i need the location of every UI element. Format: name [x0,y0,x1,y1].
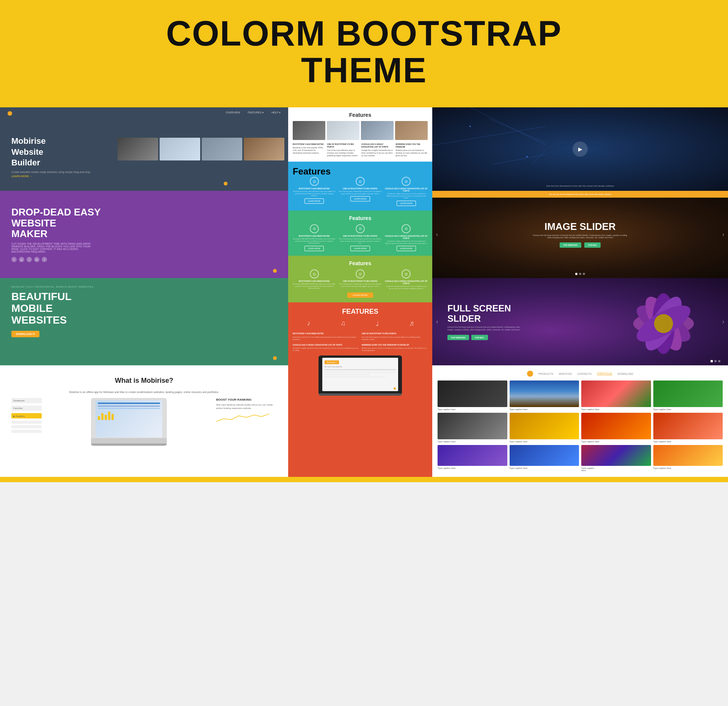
gallery-logo [527,371,533,377]
learn-more-btn[interactable]: LEARN MORE [347,292,373,298]
feat3-items: ⊙ BOOTSTRAP 4 HAS BEEN NOTED Bootstrap 4… [293,224,428,251]
gallery-img-3[interactable] [581,381,651,407]
gallery-caption-8: Type caption here [653,440,723,443]
laptop-chin [318,393,402,396]
bar3 [105,415,107,420]
feat3-icon-2: ⊙ [356,224,365,233]
dot-1[interactable] [575,273,577,275]
icon-3: ♩ [361,319,394,329]
feat4-items: ⊙ BOOTSTRAP 4 HAS BEEN NOTED Bootstrap 4… [293,269,428,289]
gallery-item-1: Type caption here [438,381,507,410]
mobirise-link[interactable]: LEARN MORE → [11,175,90,178]
gallery-img-6[interactable] [510,413,579,439]
learn-btn-3[interactable]: LEARN MORE [397,201,416,206]
gallery-caption-4: Type caption here [653,408,723,410]
learn-btn-2[interactable]: LEARN MORE [350,196,370,201]
feat5-col-3: GOOGLE HAS A HIGHLY EXHAUSTIVE LIST OF F… [293,344,359,352]
screen-bar2 [98,406,160,407]
play-button[interactable]: ▶ [573,142,588,157]
svg-point-10 [469,126,471,127]
flower-dot-1[interactable] [711,360,713,362]
fullscreen-btn-windows[interactable]: FOR WINDOWS [447,335,469,340]
gallery-img-9[interactable] [438,445,507,466]
nav-services[interactable]: SERVICES [559,373,572,375]
nav-download[interactable]: DOWNLOAD [618,373,633,375]
gallery-img-5[interactable] [438,413,507,439]
screen-bar1 [98,403,160,404]
dot-3[interactable] [583,273,585,275]
feat2-item-1: ⊙ BOOTSTRAP 4 HAS BEEN NOTED Bootstrap 4… [293,177,336,206]
fullscreen-desc: Choose from the large selection of layou… [447,326,523,331]
features-white: Features BOOTSTRAP 4 HAS BEEN NOTED Boot… [288,107,432,162]
nav-contacts[interactable]: CONTACTS [577,373,592,375]
gallery-caption-9: Type caption here [438,467,507,469]
gallery-item-3: Type caption here [581,381,651,410]
sidebar-spacer2 [11,425,42,428]
learn-btn-4[interactable]: LEARN MORE [304,246,324,251]
flower-arrow-right[interactable]: › [722,318,724,325]
gallery-img-8[interactable] [653,413,723,439]
left-column: OVERVIEW FEATURES ▾ HELP ▾ Mobirise Webs… [0,107,288,477]
network-svg [432,107,546,164]
flower-dot-3[interactable] [718,360,720,362]
facebook-icon[interactable]: f [42,257,47,262]
slider-arrow-right[interactable]: › [722,231,724,238]
gallery-item-7: Type caption here [581,413,651,443]
gallery-caption-11: Type captionhero [581,467,651,472]
feat5-col-1: BOOTSTRAP 4 HAS BEEN NOTED Bootstrap has… [293,332,359,341]
photo-3 [202,138,242,160]
feat2-item-3: ⊙ GOOGLE HAS A HIGHLY EXHAUSTIVE LIST OF… [385,177,428,206]
nav-portfolio[interactable]: PORTFOLIO [597,372,612,375]
gallery-item-6: Type caption here [510,413,579,443]
mobirise-photo-strip [114,107,288,191]
purple-heading: DROP-DEAD EASY WEBSITE MAKER [11,207,277,239]
slider-btn-mac[interactable]: FOR MAC [584,242,601,248]
feat-cols: BOOTSTRAP 4 HAS BEEN NOTED Bootstrap is … [293,143,428,157]
gallery-row-2: Type caption here Type caption here Type… [438,413,723,443]
thumb-2 [327,121,359,140]
boost-text: With each Mobirise website builder block… [216,403,277,410]
slider-arrow-left[interactable]: ‹ [436,231,438,238]
twitter-icon[interactable]: t [11,257,17,262]
slider-title: IMAGE SLIDER [544,221,616,232]
download-button[interactable]: DOWNLOAD IT [11,331,39,337]
gallery-img-1[interactable] [438,381,507,407]
gallery-img-4[interactable] [653,381,723,407]
feat3-item-2: ⊙ ONE OF BOOTSTRAP 4'S BIG POINTS One of… [339,224,381,251]
nav-products[interactable]: PRODUCTS [538,373,553,375]
feat4-item-1: ⊙ BOOTSTRAP 4 HAS BEEN NOTED Bootstrap 4… [293,269,336,289]
learn-btn-6[interactable]: LEARN MORE [397,246,416,251]
laptop-dot [394,387,396,390]
instagram-icon[interactable]: i [27,257,32,262]
slider-btn-windows[interactable]: FOR WINDOWS [560,242,581,248]
laptop-badge-text: One of the most powerful... [322,366,398,368]
bar5 [111,414,114,420]
pinterest-icon[interactable]: p [19,257,24,262]
gallery-img-7[interactable] [581,413,651,439]
gallery-item-11: Type captionhero [581,445,651,472]
gallery-caption-7: Type caption here [581,440,651,443]
features-red: FEATURES ♪ ♫ ♩ ♬ BOOTSTRAP 4 HAS BEEN NO… [288,302,432,477]
gallery-img-12[interactable] [653,445,723,466]
gallery-img-11[interactable] [581,445,651,466]
linkedin-icon[interactable]: in [34,257,39,262]
laptop-bar1 [325,369,396,370]
sidebar-favorites[interactable]: Favorites [11,406,42,411]
learn-btn-5[interactable]: LEARN MORE [350,246,370,251]
dot-2[interactable] [579,273,581,275]
gallery-caption-2: Type caption here [510,408,579,410]
feat4-icon-2: ⊙ [356,269,365,278]
gallery-img-2[interactable] [510,381,579,407]
sidebar-analytics[interactable]: ▶ Analytics [11,413,42,418]
fullscreen-btn-mac[interactable]: FOR MAC [471,335,488,340]
screen-bar3 [98,408,160,409]
flower-content: FULL SCREEN SLIDER Choose from the large… [447,303,523,340]
flower-arrow-left[interactable]: ‹ [436,318,438,325]
flower-dot-2[interactable] [714,360,717,362]
learn-btn-1[interactable]: LEARN MORE [304,198,324,204]
gallery-img-10[interactable] [510,445,579,466]
gallery-item-2: Type caption here [510,381,579,410]
slider-dots [432,273,728,275]
sidebar-dashboard[interactable]: Dashboard [11,398,42,403]
slider-desc: Choose from the large selection of layou… [531,234,629,239]
